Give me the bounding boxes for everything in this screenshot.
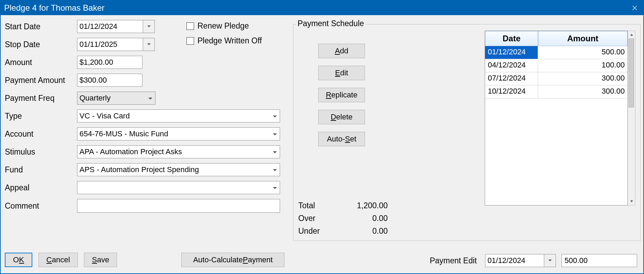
appeal-value[interactable] xyxy=(77,181,280,194)
total-label: Total xyxy=(298,201,315,210)
payment-freq-label: Payment Freq xyxy=(5,94,77,103)
start-date-dropdown-button[interactable] xyxy=(143,20,155,33)
auto-set-button[interactable]: Auto-Set xyxy=(318,132,365,146)
payment-schedule-group: Payment Schedule Add Edit Replicate Dele… xyxy=(293,24,641,241)
renew-pledge-label: Renew Pledge xyxy=(197,21,249,31)
window-title: Pledge 4 for Thomas Baker xyxy=(4,3,105,13)
cancel-post: ancel xyxy=(52,255,70,264)
type-select[interactable] xyxy=(77,109,280,123)
stop-date-input[interactable] xyxy=(77,38,143,51)
type-value[interactable] xyxy=(77,109,280,123)
amount-label: Amount xyxy=(5,58,77,67)
replicate-button[interactable]: Replicate xyxy=(318,88,365,102)
scroll-up-icon[interactable] xyxy=(628,31,635,39)
stimulus-label: Stimulus xyxy=(5,147,77,157)
stimulus-select[interactable] xyxy=(77,145,280,158)
add-post: dd xyxy=(340,46,348,55)
edit-u: E xyxy=(335,68,340,77)
ok-pre: O xyxy=(13,255,19,264)
checkbox-column: Renew Pledge Pledge Written Off xyxy=(186,21,262,51)
cell-amount[interactable]: 100.00 xyxy=(538,59,627,72)
comment-input[interactable] xyxy=(77,199,280,213)
totals: Total1,200.00 Over0.00 Under0.00 xyxy=(298,198,388,236)
auto-calculate-payment-button[interactable]: Auto-Calculate Payment xyxy=(181,253,285,267)
scroll-down-icon[interactable] xyxy=(628,198,635,205)
delete-button[interactable]: Delete xyxy=(318,110,365,124)
payment-edit-date-dropdown[interactable] xyxy=(544,254,556,267)
fund-value[interactable] xyxy=(77,163,280,176)
cell-date[interactable]: 04/12/2024 xyxy=(485,59,538,72)
auto-pre: Auto- xyxy=(327,135,345,144)
rep-post: eplicate xyxy=(331,91,357,99)
bottom-button-row: OK Cancel Save xyxy=(5,253,117,267)
under-value: 0.00 xyxy=(372,226,388,236)
cancel-button[interactable]: Cancel xyxy=(39,253,78,267)
add-u: A xyxy=(335,46,340,55)
cell-date[interactable]: 01/12/2024 xyxy=(485,46,538,59)
col-date-header[interactable]: Date xyxy=(485,31,538,46)
account-select[interactable] xyxy=(77,127,280,140)
stop-date-dropdown-button[interactable] xyxy=(143,38,155,51)
schedule-table-wrap: Date Amount 01/12/2024500.0004/12/202410… xyxy=(485,31,635,206)
checkbox-box[interactable] xyxy=(186,22,194,30)
cell-date[interactable]: 07/12/2024 xyxy=(485,72,538,85)
ok-button[interactable]: OK xyxy=(5,253,32,267)
auto-u: S xyxy=(345,135,350,144)
edit-button[interactable]: Edit xyxy=(318,66,365,80)
start-date-input[interactable] xyxy=(77,20,143,33)
schedule-table[interactable]: Date Amount 01/12/2024500.0004/12/202410… xyxy=(485,31,628,206)
save-button[interactable]: Save xyxy=(84,253,117,267)
cancel-u: C xyxy=(46,255,52,264)
table-scrollbar[interactable] xyxy=(628,31,635,206)
account-label: Account xyxy=(5,129,77,139)
payment-freq-value[interactable] xyxy=(77,92,155,105)
renew-pledge-checkbox[interactable]: Renew Pledge xyxy=(186,21,262,31)
table-row[interactable]: 10/12/2024300.00 xyxy=(485,85,627,98)
amount-input[interactable] xyxy=(77,56,142,69)
payment-amount-input[interactable] xyxy=(77,74,142,87)
cell-amount[interactable]: 300.00 xyxy=(538,72,627,85)
table-body: 01/12/2024500.0004/12/2024100.0007/12/20… xyxy=(485,46,627,98)
fund-select[interactable] xyxy=(77,163,280,176)
cell-amount[interactable]: 500.00 xyxy=(538,46,627,59)
appeal-label: Appeal xyxy=(5,183,77,192)
total-value: 1,200.00 xyxy=(357,201,388,210)
stimulus-value[interactable] xyxy=(77,145,280,158)
table-row[interactable]: 07/12/2024300.00 xyxy=(485,72,627,85)
table-row[interactable]: 01/12/2024500.00 xyxy=(485,46,627,59)
comment-label: Comment xyxy=(5,201,77,211)
written-off-checkbox[interactable]: Pledge Written Off xyxy=(186,36,262,45)
payment-freq-select[interactable] xyxy=(77,92,155,105)
payment-edit-label: Payment Edit xyxy=(430,256,477,265)
cell-date[interactable]: 10/12/2024 xyxy=(485,85,538,98)
table-header: Date Amount xyxy=(485,31,627,46)
payment-amount-label: Payment Amount xyxy=(5,76,77,85)
cell-amount[interactable]: 300.00 xyxy=(538,85,627,98)
close-icon[interactable] xyxy=(626,1,643,15)
start-date-label: Start Date xyxy=(5,22,77,31)
right-panel: Payment Schedule Add Edit Replicate Dele… xyxy=(293,15,643,273)
fund-label: Fund xyxy=(5,165,77,175)
del-post: elete xyxy=(336,113,353,122)
save-post: ave xyxy=(97,255,109,264)
save-u: S xyxy=(92,255,97,264)
table-row[interactable]: 04/12/2024100.00 xyxy=(485,59,627,72)
scrollbar-thumb[interactable] xyxy=(629,39,634,107)
autocalc-pre: Auto-Calculate xyxy=(193,255,243,264)
payment-edit-date-input[interactable] xyxy=(485,254,544,267)
type-label: Type xyxy=(5,112,77,121)
under-label: Under xyxy=(298,226,320,236)
payment-edit-amount-input[interactable] xyxy=(561,254,637,267)
body: Start Date Stop Date Amoun xyxy=(1,15,643,273)
add-button[interactable]: Add xyxy=(318,44,365,58)
checkbox-box[interactable] xyxy=(186,37,194,45)
payment-schedule-legend: Payment Schedule xyxy=(296,19,365,28)
col-amount-header[interactable]: Amount xyxy=(538,31,627,46)
pledge-window: Pledge 4 for Thomas Baker Start Date Sto… xyxy=(0,0,644,274)
appeal-select[interactable] xyxy=(77,181,280,194)
edit-post: dit xyxy=(340,68,348,77)
account-value[interactable] xyxy=(77,127,280,140)
stop-date-label: Stop Date xyxy=(5,40,77,49)
rep-u: R xyxy=(326,91,331,99)
over-value: 0.00 xyxy=(372,214,388,223)
